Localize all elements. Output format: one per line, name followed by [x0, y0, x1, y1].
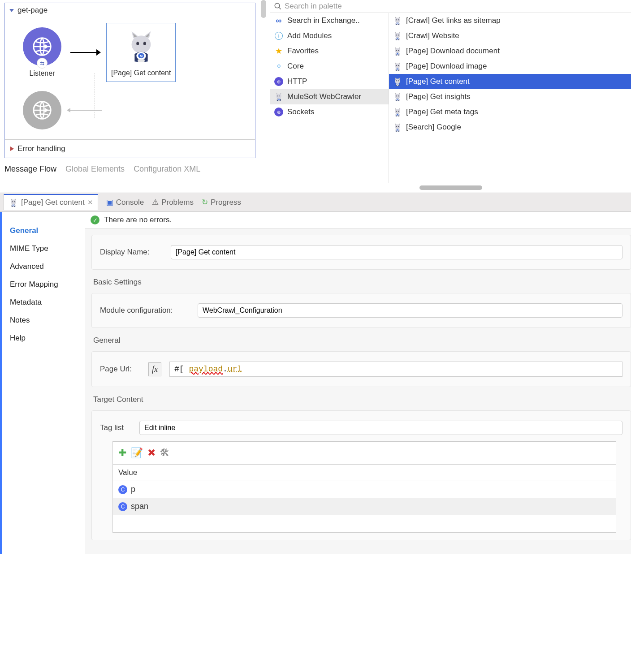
page-url-input[interactable]: #[ payload.url [169, 362, 622, 377]
progress-tab[interactable]: ↻ Progress [202, 198, 241, 207]
tag-row[interactable]: Cspan [113, 498, 616, 515]
tag-list-label: Tag list [100, 423, 131, 432]
config-nav-advanced[interactable]: Advanced [10, 258, 77, 276]
palette-category-2[interactable]: ★Favorites [270, 43, 389, 59]
basic-settings-heading: Basic Settings [93, 278, 631, 287]
palette-operation-1[interactable]: [Crawl] Website [389, 28, 631, 43]
star-icon: ★ [274, 46, 284, 56]
tag-list-box: ✚ 📝 ✖ 🛠 Value CpCspan [112, 441, 616, 533]
config-nav-general[interactable]: General [10, 222, 77, 240]
return-arrow [70, 110, 102, 111]
flow-arrow [70, 52, 97, 53]
cat-icon [393, 46, 402, 56]
config-sidebar: GeneralMIME TypeAdvancedError MappingMet… [0, 212, 85, 554]
flow-box: get-page ⇆ Listener [Page] Get content [4, 3, 255, 158]
config-main: ✓ There are no errors. Display Name: Bas… [85, 212, 631, 554]
tag-row[interactable]: Cp [113, 481, 616, 498]
config-nav-metadata[interactable]: Metadata [10, 293, 77, 311]
palette-category-6[interactable]: ⊕Sockets [270, 104, 389, 120]
listener-icon: ⇆ [23, 27, 61, 66]
scrollbar[interactable] [261, 0, 266, 18]
http-icon: ⊕ [274, 107, 284, 117]
close-tab-icon[interactable]: ✕ [87, 198, 93, 207]
palette-operation-3[interactable]: [Page] Download image [389, 59, 631, 74]
palette: Search in palette ∞Search in Exchange..+… [270, 0, 631, 193]
return-dashed-line [95, 73, 95, 118]
error-label: Error handling [17, 144, 65, 153]
config-tab-label: [Page] Get content [21, 198, 85, 207]
palette-operation-0[interactable]: [Crawl] Get links as sitemap [389, 13, 631, 28]
cat-icon [274, 92, 284, 102]
cat-icon [393, 77, 402, 86]
palette-operations: [Crawl] Get links as sitemap[Crawl] Webs… [389, 13, 631, 183]
page-url-label: Page Url: [100, 365, 140, 374]
palette-scrollbar[interactable] [419, 185, 482, 190]
cat-icon [393, 107, 402, 117]
listener-label: Listener [30, 69, 55, 78]
tag-value-header: Value [113, 464, 616, 481]
tag-badge-icon: C [118, 502, 127, 511]
tag-list-mode-input[interactable] [139, 421, 622, 435]
palette-category-5[interactable]: MuleSoft WebCrawler [270, 89, 389, 104]
plus-icon: + [274, 31, 284, 41]
display-name-label: Display Name: [100, 248, 163, 257]
palette-category-4[interactable]: ⊕HTTP [270, 74, 389, 89]
listener-node[interactable]: ⇆ Listener [23, 27, 61, 78]
editor-tabs: Message Flow Global Elements Configurati… [2, 158, 258, 178]
palette-operation-6[interactable]: [Page] Get meta tags [389, 104, 631, 120]
status-bar: ✓ There are no errors. [85, 212, 631, 228]
tag-row-empty[interactable] [113, 515, 616, 532]
module-config-label: Module configuration: [100, 306, 190, 315]
config-nav-notes[interactable]: Notes [10, 311, 77, 329]
palette-search[interactable]: Search in palette [270, 0, 631, 13]
palette-category-1[interactable]: +Add Modules [270, 28, 389, 43]
cat-icon [393, 61, 402, 71]
add-tag-button[interactable]: ✚ [118, 447, 126, 459]
problems-tab[interactable]: ⚠︎ Problems [152, 198, 194, 207]
flow-canvas: get-page ⇆ Listener [Page] Get content [0, 0, 260, 193]
cat-icon [393, 92, 402, 102]
general-heading: General [93, 336, 631, 345]
error-triangle-icon [10, 146, 14, 151]
target-content-heading: Target Content [93, 395, 631, 404]
tag-badge-icon: C [118, 485, 127, 494]
cat-icon [393, 31, 402, 41]
palette-category-3[interactable]: ⚬Core [270, 59, 389, 74]
tab-global-elements[interactable]: Global Elements [65, 164, 125, 174]
palette-operation-5[interactable]: [Page] Get insights [389, 89, 631, 104]
palette-operation-4[interactable]: [Page] Get content [389, 74, 631, 89]
collapse-triangle-icon[interactable] [9, 9, 14, 12]
tab-configuration-xml[interactable]: Configuration XML [134, 164, 200, 174]
palette-category-0[interactable]: ∞Search in Exchange.. [270, 13, 389, 28]
flow-name: get-page [17, 6, 48, 15]
delete-tag-button[interactable]: ✖ [147, 447, 156, 459]
palette-categories: ∞Search in Exchange..+Add Modules★Favori… [270, 13, 389, 183]
config-tab[interactable]: [Page] Get content ✕ [4, 194, 98, 210]
get-content-label: [Page] Get content [111, 69, 171, 77]
exchange-icon: ∞ [274, 16, 284, 26]
error-handling-section[interactable]: Error handling [5, 139, 255, 158]
config-nav-help[interactable]: Help [10, 329, 77, 347]
palette-operation-7[interactable]: [Search] Google [389, 120, 631, 135]
tab-message-flow[interactable]: Message Flow [4, 164, 56, 174]
status-text: There are no errors. [104, 215, 172, 224]
webcrawler-icon [122, 27, 160, 65]
edit-tag-button[interactable]: 📝 [131, 447, 143, 459]
config-nav-error-mapping[interactable]: Error Mapping [10, 276, 77, 293]
flow-title[interactable]: get-page [5, 3, 255, 17]
ok-icon: ✓ [91, 215, 99, 224]
response-node[interactable] [23, 91, 61, 129]
config-nav-mime-type[interactable]: MIME Type [10, 240, 77, 258]
fx-toggle-button[interactable]: fx [148, 362, 161, 376]
bottom-tab-bar: [Page] Get content ✕ ▣ Console ⚠︎ Proble… [0, 193, 631, 212]
console-tab[interactable]: ▣ Console [106, 198, 144, 207]
display-name-input[interactable] [171, 245, 622, 259]
search-placeholder: Search in palette [285, 2, 342, 11]
exchange-badge-icon: ⇆ [37, 58, 48, 69]
palette-operation-2[interactable]: [Page] Download document [389, 43, 631, 59]
get-content-node[interactable]: [Page] Get content [106, 23, 176, 82]
module-config-input[interactable] [198, 303, 622, 318]
http-icon: ⊕ [274, 77, 284, 86]
core-icon: ⚬ [274, 61, 284, 71]
tools-button[interactable]: 🛠 [160, 447, 170, 459]
